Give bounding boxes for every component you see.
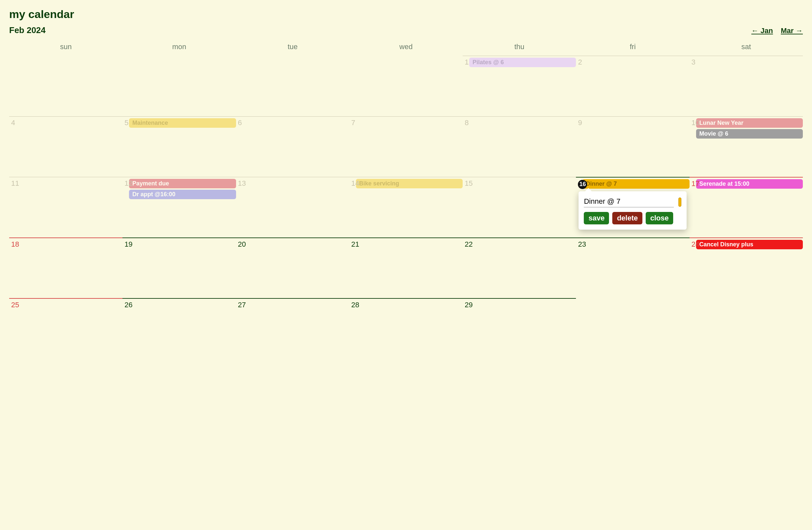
title: my calendar [9, 8, 803, 20]
event-pill[interactable]: Bike servicing [356, 179, 463, 188]
day-cell[interactable]: 11 [9, 177, 122, 238]
day-number: 12 [125, 179, 132, 188]
day-cell[interactable]: 7 [349, 116, 463, 177]
event-pill[interactable]: Lunar New Year [696, 118, 803, 128]
day-of-week-header: sunmontuewedthufrisat [9, 43, 803, 56]
day-number: 22 [465, 240, 473, 249]
day-number: 19 [125, 240, 132, 249]
day-cell[interactable]: 16Dinner @ 7savedeleteclose [576, 177, 689, 238]
day-cell[interactable]: 14Bike servicing [349, 177, 463, 238]
day-number: 15 [465, 179, 473, 188]
day-number: 17 [692, 180, 699, 188]
day-cell[interactable]: 29 [463, 298, 576, 359]
day-cell[interactable]: 27 [236, 298, 349, 359]
dow-label: wed [349, 43, 463, 56]
day-number: 11 [11, 179, 19, 188]
day-number: 16 [578, 180, 587, 189]
close-button[interactable]: close [646, 212, 673, 224]
calendar-grid: 1Pilates @ 62345Maintenance678910Lunar N… [9, 56, 803, 359]
day-number: 2 [578, 58, 582, 67]
events-container: Cancel Disney plus [696, 240, 803, 249]
day-cell[interactable]: 21 [349, 238, 463, 298]
day-cell[interactable]: 18 [9, 238, 122, 298]
save-button[interactable]: save [584, 212, 609, 224]
day-cell[interactable]: 3 [690, 56, 803, 116]
dow-label: mon [122, 43, 236, 56]
day-cell[interactable]: 6 [236, 116, 349, 177]
events-container: Pilates @ 6 [469, 58, 576, 67]
day-number: 29 [465, 301, 473, 309]
day-number: 18 [11, 240, 19, 249]
event-pill[interactable]: Movie @ 6 [696, 129, 803, 139]
day-cell[interactable]: 9 [576, 116, 689, 177]
empty-cell [349, 56, 463, 116]
day-number: 20 [238, 240, 246, 249]
day-cell[interactable]: 12Payment dueDr appt @16:00 [122, 177, 236, 238]
event-pill[interactable]: Payment due [129, 179, 236, 188]
empty-cell [236, 56, 349, 116]
day-cell[interactable]: 2 [576, 56, 689, 116]
event-pill[interactable]: Cancel Disney plus [696, 240, 803, 249]
next-month-link[interactable]: Mar → [781, 27, 803, 35]
dow-label: thu [463, 43, 576, 56]
day-number: 26 [125, 301, 132, 309]
day-number: 28 [351, 301, 359, 309]
day-number: 1 [465, 58, 468, 67]
day-number: 27 [238, 301, 246, 309]
day-number: 21 [351, 240, 359, 249]
day-cell[interactable]: 26 [122, 298, 236, 359]
day-cell[interactable]: 25 [9, 298, 122, 359]
day-number: 14 [351, 179, 359, 188]
day-cell[interactable]: 10Lunar New YearMovie @ 6 [690, 116, 803, 177]
day-number: 7 [351, 118, 355, 127]
day-cell[interactable]: 5Maintenance [122, 116, 236, 177]
delete-button[interactable]: delete [612, 212, 642, 224]
day-number: 10 [692, 118, 699, 127]
empty-cell [9, 56, 122, 116]
event-pill[interactable]: Serenade at 15:00 [696, 179, 803, 189]
day-number: 9 [578, 118, 582, 127]
events-container: Serenade at 15:00 [696, 179, 803, 189]
day-cell[interactable]: 1Pilates @ 6 [463, 56, 576, 116]
day-number: 24 [692, 240, 699, 249]
day-number: 23 [578, 240, 586, 249]
day-number: 25 [11, 301, 19, 309]
dow-label: fri [576, 43, 689, 56]
event-editor-popup: savedeleteclose [579, 191, 686, 230]
today-marker: 16 [578, 180, 587, 189]
events-container: Lunar New YearMovie @ 6 [696, 118, 803, 139]
day-cell[interactable]: 19 [122, 238, 236, 298]
event-color-swatch[interactable] [678, 198, 681, 207]
dow-label: sun [9, 43, 122, 56]
day-cell[interactable]: 13 [236, 177, 349, 238]
day-cell[interactable]: 15 [463, 177, 576, 238]
events-container: Payment dueDr appt @16:00 [129, 179, 236, 199]
events-container: Dinner @ 7 [582, 179, 689, 189]
event-pill[interactable]: Pilates @ 6 [469, 58, 576, 67]
day-number: 3 [692, 58, 695, 67]
day-cell[interactable]: 22 [463, 238, 576, 298]
empty-cell [122, 56, 236, 116]
prev-month-link[interactable]: ← Jan [751, 27, 773, 35]
day-number: 13 [238, 179, 246, 188]
event-title-input[interactable] [584, 197, 674, 207]
day-cell[interactable]: 28 [349, 298, 463, 359]
day-number: 6 [238, 118, 242, 127]
day-cell[interactable]: 17Serenade at 15:00 [690, 177, 803, 238]
month-year-label: Feb 2024 [9, 25, 45, 35]
event-pill[interactable]: Dinner @ 7 [582, 179, 689, 189]
day-cell[interactable]: 8 [463, 116, 576, 177]
events-container: Maintenance [129, 118, 236, 128]
day-cell[interactable]: 24Cancel Disney plus [690, 238, 803, 298]
empty-cell [576, 298, 689, 359]
event-pill[interactable]: Dr appt @16:00 [129, 190, 236, 199]
day-number: 8 [465, 118, 468, 127]
day-cell[interactable]: 20 [236, 238, 349, 298]
events-container: Bike servicing [356, 179, 463, 188]
event-pill[interactable]: Maintenance [129, 118, 236, 128]
day-number: 4 [11, 118, 15, 127]
day-number: 5 [125, 118, 128, 127]
day-cell[interactable]: 4 [9, 116, 122, 177]
dow-label: sat [690, 43, 803, 56]
day-cell[interactable]: 23 [576, 238, 689, 298]
